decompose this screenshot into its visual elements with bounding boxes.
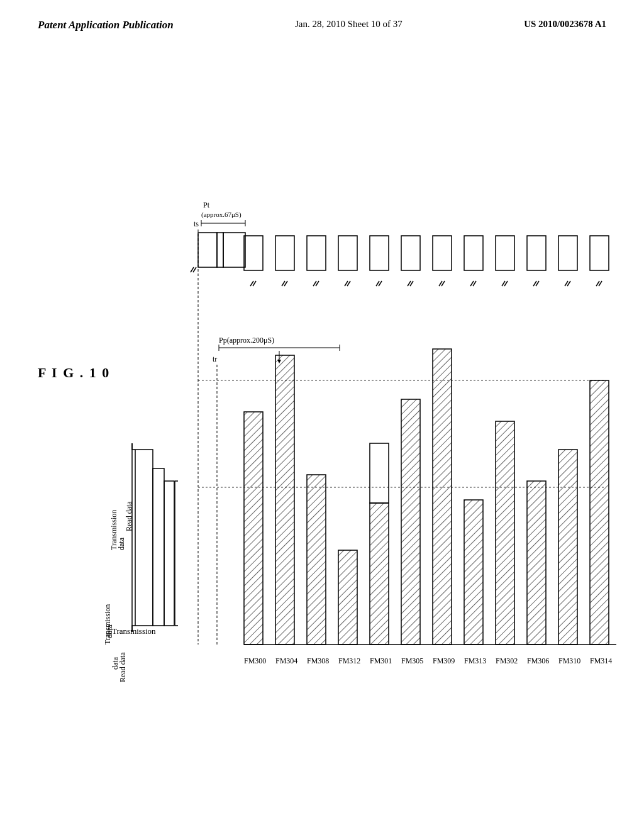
svg-rect-31 bbox=[338, 550, 357, 645]
svg-rect-61 bbox=[527, 236, 546, 270]
top-block-3 bbox=[223, 233, 245, 267]
svg-rect-62 bbox=[527, 481, 546, 645]
tx-block-3 bbox=[164, 481, 174, 626]
transmission-data-label: Transmission bbox=[112, 626, 156, 636]
publication-date-sheet: Jan. 28, 2010 Sheet 10 of 37 bbox=[295, 19, 402, 30]
svg-text:FM314: FM314 bbox=[590, 656, 612, 665]
svg-text:Transmission: Transmission bbox=[103, 604, 112, 645]
fm314-column: FM314 bbox=[590, 236, 612, 665]
svg-rect-36 bbox=[370, 443, 389, 503]
svg-rect-42 bbox=[401, 399, 420, 645]
svg-rect-15 bbox=[244, 236, 263, 270]
read-data-label-vertical: Read data bbox=[125, 501, 133, 531]
svg-rect-51 bbox=[464, 236, 483, 270]
svg-text:FM304: FM304 bbox=[275, 656, 297, 665]
svg-text:FM313: FM313 bbox=[464, 656, 486, 665]
page: Patent Application Publication Jan. 28, … bbox=[0, 0, 644, 830]
fm309-column: FM309 bbox=[433, 236, 455, 665]
svg-rect-26 bbox=[307, 475, 326, 645]
svg-rect-71 bbox=[590, 236, 609, 270]
svg-rect-21 bbox=[275, 355, 294, 645]
svg-rect-57 bbox=[496, 421, 514, 645]
svg-text:FM301: FM301 bbox=[370, 656, 392, 665]
pt-approx-label: (approx.67μS) bbox=[201, 211, 242, 219]
svg-rect-52 bbox=[464, 500, 483, 645]
svg-rect-20 bbox=[275, 236, 294, 270]
fm308-column: FM308 bbox=[307, 236, 329, 665]
svg-text:FM306: FM306 bbox=[527, 656, 549, 665]
fm304-column: FM304 bbox=[275, 236, 297, 665]
tx-block-1 bbox=[135, 450, 153, 626]
svg-rect-25 bbox=[307, 236, 326, 270]
svg-text:FM309: FM309 bbox=[433, 656, 455, 665]
svg-rect-35 bbox=[370, 236, 389, 270]
svg-rect-41 bbox=[401, 236, 420, 270]
publication-title: Patent Application Publication bbox=[38, 19, 174, 31]
svg-text:FM308: FM308 bbox=[307, 656, 329, 665]
pp-label: Pp(approx.200μS) bbox=[219, 336, 274, 345]
svg-rect-72 bbox=[590, 380, 609, 645]
diagram-area: Transmission data Transmission data Read… bbox=[101, 94, 616, 786]
tx-block-2 bbox=[153, 468, 164, 626]
svg-text:FM300: FM300 bbox=[244, 656, 266, 665]
svg-rect-66 bbox=[558, 236, 577, 270]
svg-rect-16 bbox=[244, 412, 263, 645]
ts-label: ts bbox=[194, 219, 199, 228]
svg-text:FM302: FM302 bbox=[496, 656, 518, 665]
fm301-column: FM301 bbox=[370, 236, 392, 665]
svg-rect-47 bbox=[433, 349, 452, 645]
fm310-column: FM310 bbox=[558, 236, 580, 665]
svg-rect-37 bbox=[370, 503, 389, 645]
svg-text:FM310: FM310 bbox=[558, 656, 580, 665]
transmission-label-group: Transmission data Read data bbox=[103, 604, 127, 682]
top-block-1 bbox=[198, 233, 217, 267]
svg-rect-46 bbox=[433, 236, 452, 270]
svg-rect-56 bbox=[496, 236, 514, 270]
pt-label: Pt bbox=[203, 201, 210, 209]
fm312-column: FM312 bbox=[338, 236, 360, 665]
tx-data-label-vertical: data bbox=[117, 537, 126, 550]
fm302-column: FM302 bbox=[496, 236, 518, 665]
top-block-2 bbox=[217, 233, 223, 267]
fm305-column: FM305 bbox=[401, 236, 423, 665]
svg-text:FM312: FM312 bbox=[338, 656, 360, 665]
publication-number: US 2010/0023678 A1 bbox=[524, 19, 606, 30]
fm306-column: FM306 bbox=[527, 236, 549, 665]
timing-diagram-svg: Transmission data Transmission data Read… bbox=[101, 94, 616, 786]
page-header: Patent Application Publication Jan. 28, … bbox=[0, 0, 644, 38]
fm313-column: FM313 bbox=[464, 236, 486, 665]
svg-rect-67 bbox=[558, 450, 577, 645]
svg-text:FM305: FM305 bbox=[401, 656, 423, 665]
tr-label: tr bbox=[213, 355, 217, 363]
svg-text:Read data: Read data bbox=[118, 652, 127, 682]
fm300-column: FM300 bbox=[244, 236, 266, 665]
svg-rect-30 bbox=[338, 236, 357, 270]
break-marks-left bbox=[191, 267, 196, 272]
figure-label: F I G . 1 0 bbox=[38, 365, 110, 381]
